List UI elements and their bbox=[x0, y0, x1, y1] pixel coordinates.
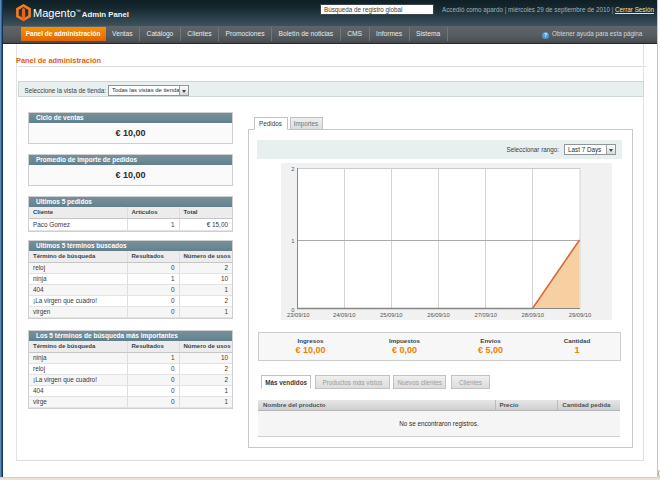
svg-text:27/09/10: 27/09/10 bbox=[474, 312, 497, 318]
svg-text:25/09/10: 25/09/10 bbox=[380, 312, 403, 318]
svg-text:2: 2 bbox=[291, 166, 294, 172]
svg-text:29/09/10: 29/09/10 bbox=[569, 312, 592, 318]
svg-text:23/09/10: 23/09/10 bbox=[287, 312, 310, 318]
svg-text:26/09/10: 26/09/10 bbox=[427, 312, 450, 318]
svg-text:28/09/10: 28/09/10 bbox=[522, 312, 545, 318]
svg-text:1: 1 bbox=[291, 238, 294, 244]
svg-text:24/09/10: 24/09/10 bbox=[333, 312, 356, 318]
